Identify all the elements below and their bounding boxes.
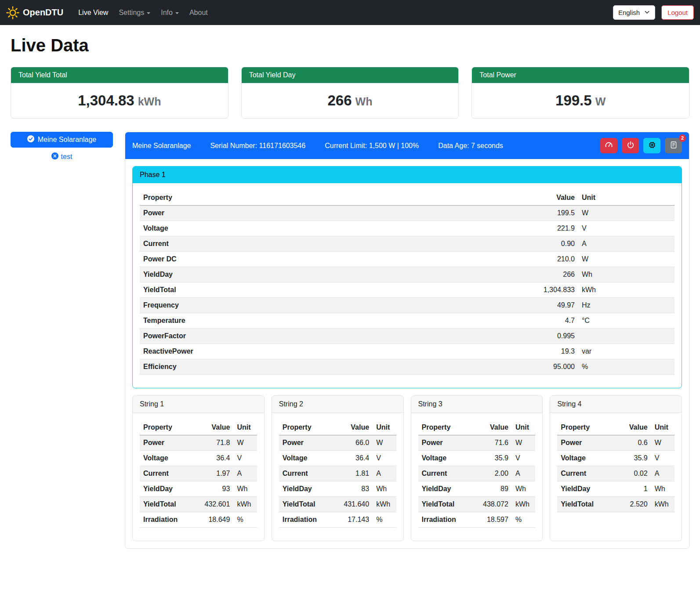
nav-item-live-view[interactable]: Live View [73, 5, 113, 20]
card-value: 1,304.83 [78, 92, 134, 109]
string-body: Property Value Unit Power [133, 413, 264, 541]
value-cell: 221.9 [450, 221, 578, 236]
card-title: Total Power [472, 67, 689, 83]
table-row: YieldTotal 2.520 kWh [557, 497, 675, 512]
value-cell: 35.9 [473, 451, 512, 466]
power-toggle-button[interactable] [622, 138, 639, 153]
table-row: Current 0.02 A [557, 466, 675, 481]
column-header-unit: Unit [512, 420, 535, 435]
string-title: String 4 [550, 396, 682, 413]
string-table-body: Power 71.8 W Voltage 36.4 V [140, 435, 257, 528]
string-body: Property Value Unit Power [411, 413, 543, 541]
value-cell: 71.8 [195, 435, 233, 451]
value-cell: 36.4 [334, 451, 373, 466]
inverter-select-button-meine-solaranlage[interactable]: Meine Solaranlage [11, 132, 113, 148]
property-cell: Irradiation [140, 512, 195, 528]
value-cell: 1,304.833 [450, 282, 578, 298]
property-cell: Current [140, 236, 450, 252]
nav-item-about[interactable]: About [184, 5, 213, 20]
value-cell: 266 [450, 267, 578, 282]
page-title: Live Data [11, 36, 689, 55]
unit-cell: A [651, 466, 675, 481]
table-row: YieldTotal 438.072 kWh [418, 497, 536, 512]
property-cell: Voltage [557, 451, 612, 466]
unit-cell: W [373, 435, 396, 451]
nav-item-settings-label: Settings [119, 9, 144, 17]
table-header-row: Property Value Unit [557, 420, 675, 435]
unit-cell: % [578, 359, 675, 375]
table-row: Voltage 221.9 V [140, 221, 675, 236]
string-title: String 3 [411, 396, 543, 413]
table-header-row: Property Value Unit [140, 420, 257, 435]
string-title: String 1 [133, 396, 264, 413]
unit-cell: kWh [578, 282, 675, 298]
inverter-select-label: test [61, 153, 73, 161]
value-cell: 2.00 [473, 466, 512, 481]
table-row: YieldDay 83 Wh [279, 481, 396, 497]
value-cell: 4.7 [450, 313, 578, 329]
value-cell: 431.640 [334, 497, 373, 512]
string-table-body: Power 71.6 W Voltage 35.9 V [418, 435, 536, 528]
column-header-value: Value [450, 190, 578, 206]
unit-cell: % [512, 512, 535, 528]
nav-item-settings[interactable]: Settings [113, 5, 156, 20]
string-body: Property Value Unit Power [272, 413, 403, 541]
phase-table-body: Power 199.5 W Voltage 221.9 V [140, 206, 675, 375]
unit-cell: Wh [651, 481, 675, 497]
inverter-select-button-test[interactable]: test [51, 152, 73, 161]
chevron-down-icon [644, 9, 650, 16]
chevron-down-icon [175, 12, 179, 14]
unit-cell: kWh [233, 497, 257, 512]
inverter-panel: Meine Solaranlage Serial Number: 1161716… [125, 132, 689, 549]
unit-cell: Wh [233, 481, 257, 497]
column-header-value: Value [195, 420, 233, 435]
column-header-property: Property [140, 420, 195, 435]
property-cell: ReactivePower [140, 344, 450, 359]
power-icon [627, 141, 635, 150]
opendtu-sun-logo-icon [6, 6, 19, 19]
speedometer-icon [605, 141, 613, 151]
table-header-row: Property Value Unit [279, 420, 396, 435]
table-head: Property Value Unit [557, 420, 675, 435]
unit-cell: kWh [651, 497, 675, 512]
property-cell: Irradiation [279, 512, 334, 528]
unit-cell: W [512, 435, 535, 451]
limit-settings-button[interactable] [600, 138, 617, 153]
value-cell: 66.0 [334, 435, 373, 451]
value-cell: 0.6 [613, 435, 651, 451]
table-row: PowerFactor 0.995 [140, 329, 675, 344]
event-log-button[interactable]: 2 [665, 138, 682, 153]
unit-cell: W [578, 206, 675, 221]
string-body: Property Value Unit Power [550, 413, 682, 525]
column-header-value: Value [334, 420, 373, 435]
unit-cell: var [578, 344, 675, 359]
value-cell: 71.6 [473, 435, 512, 451]
inverter-panel-body: Phase 1 Property Value Unit [125, 159, 689, 548]
table-row: YieldDay 266 Wh [140, 267, 675, 282]
table-row: Temperature 4.7 °C [140, 313, 675, 329]
inverter-data-age: Data Age: 7 seconds [438, 142, 503, 150]
table-row: YieldDay 1 Wh [557, 481, 675, 497]
language-select[interactable]: English [613, 5, 655, 20]
table-row: Power 71.8 W [140, 435, 257, 451]
phase-title: Phase 1 [133, 166, 682, 183]
table-row: Voltage 36.4 V [140, 451, 257, 466]
total-power-card: Total Power 199.5W [472, 67, 689, 119]
card-value: 199.5 [555, 92, 592, 109]
value-cell: 210.0 [450, 252, 578, 267]
string-title: String 2 [272, 396, 403, 413]
value-cell: 95.000 [450, 359, 578, 375]
nav-item-info[interactable]: Info [156, 5, 184, 20]
value-cell: 438.072 [473, 497, 512, 512]
table-row: Voltage 35.9 V [557, 451, 675, 466]
value-cell: 49.97 [450, 298, 578, 313]
logout-button[interactable]: Logout [661, 5, 694, 20]
column-header-unit: Unit [373, 420, 396, 435]
property-cell: Current [418, 466, 473, 481]
unit-cell: W [578, 252, 675, 267]
value-cell: 83 [334, 481, 373, 497]
device-info-button[interactable] [643, 138, 660, 153]
cpu-icon [648, 141, 656, 150]
event-count-badge: 2 [679, 134, 686, 142]
nav-right: English Logout [613, 5, 694, 20]
